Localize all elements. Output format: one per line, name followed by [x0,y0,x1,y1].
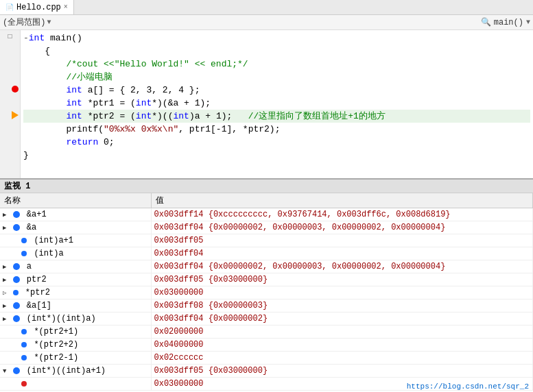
col-header-value: 值 [151,193,533,208]
table-row[interactable]: ▶ (int*)((int)a) 0x003dff04 {0x00000002} [0,313,533,326]
table-row[interactable]: (int)a 0x003dff04 [0,247,533,260]
table-row[interactable]: (int)a+1 0x003dff05 [0,234,533,247]
table-row[interactable]: ▶ &a 0x003dff04 {0x00000002, 0x00000003,… [0,221,533,234]
row-value: 0x003dff05 {0x03000000} [151,365,533,378]
watch-title: 监视 1 [4,180,30,192]
gutter-line-4 [0,69,20,82]
watch-icon [13,211,20,218]
gutter: □ [0,30,21,178]
gutter-line-3 [0,56,20,69]
expand-arrow[interactable]: ▶ [3,276,6,284]
watch-icon [13,224,20,231]
gutter-line-8 [0,121,20,134]
scope-label: (全局范围) [3,16,45,28]
code-line-1: -int main() [23,32,530,45]
table-row[interactable]: *(ptr2+1) 0x02000000 [0,326,533,339]
code-line-7: int *ptr2 = (int*)((int)a + 1); //这里指向了数… [23,110,530,123]
gutter-line-9 [0,134,20,147]
row-name: ▷ *ptr2 [0,286,151,299]
watch-scroll[interactable]: 名称 值 ▶ &a+1 0x003dff14 {0xccccccccc, 0x9… [0,193,533,391]
var-name: *(ptr2-1) [34,353,78,363]
col-header-name: 名称 [0,193,151,208]
watch-icon [13,276,20,283]
collapse-1[interactable]: □ [8,33,12,40]
watch-icon [21,251,27,256]
expand-arrow[interactable]: ▼ [3,368,6,375]
expand-arrow[interactable]: ▶ [3,224,6,232]
row-name: *(ptr2+2) [0,339,151,352]
breakpoint-5[interactable] [12,86,19,93]
scope-dropdown-arrow[interactable]: ▼ [47,19,51,26]
var-name: a [27,262,32,271]
row-name: (int)a [0,247,151,260]
gutter-line-2 [0,43,20,56]
var-name: *ptr2 [25,288,50,297]
row-name: ▶ ptr2 [0,273,151,286]
tab-hello-cpp[interactable]: 📄 Hello.cpp × [0,0,74,14]
watch-icon [21,329,27,334]
scope-right[interactable]: 🔍 main() ▼ [481,17,530,27]
row-value: 0x003dff14 {0xccccccccc, 0x93767414, 0x0… [151,208,533,221]
current-line-arrow [12,111,19,119]
table-row[interactable]: *(ptr2-1) 0x02cccccc [0,352,533,365]
editor-area: □ -int main() { /*c [0,30,533,180]
scope-search-icon: 🔍 [481,17,491,27]
row-value: 0x02cccccc [151,352,533,365]
watch-icon [21,355,27,360]
watch-icon [13,302,20,309]
watch-icon [13,367,20,374]
var-name: *(ptr2+1) [34,327,78,336]
expand-arrow[interactable]: ▶ [3,315,6,323]
row-name: *(ptr2+1) [0,326,151,339]
file-icon: 📄 [5,3,14,12]
code-line-5: int a[] = { 2, 3, 2, 4 }; [23,84,530,97]
watch-icon [13,290,19,295]
row-value: 0x03000000 [151,286,533,299]
row-name: ▶ a [0,260,151,273]
row-value: 0x003dff04 {0x00000002} [151,313,533,326]
watch-icon [21,342,27,347]
var-name: (int*)((int)a+1) [27,366,106,376]
expand-arrow[interactable]: ▷ [3,289,6,297]
watch-table: 名称 值 ▶ &a+1 0x003dff14 {0xccccccccc, 0x9… [0,193,533,391]
row-value: 0x003dff08 {0x00000003} [151,299,533,313]
code-content[interactable]: -int main() { /*cout <<"Hello World!" <<… [21,30,533,178]
code-line-4: //小端电脑 [23,71,530,84]
table-row[interactable]: ▶ &a+1 0x003dff14 {0xccccccccc, 0x937674… [0,208,533,221]
gutter-line-1: □ [0,30,20,43]
watch-icon [13,263,20,270]
gutter-line-10 [0,147,20,160]
watch-icon [13,315,20,322]
var-name: *(ptr2+2) [34,340,78,350]
row-name: ▼ (int*)((int)a+1) [0,365,151,378]
row-value: 0x003dff04 {0x00000002, 0x00000003, 0x00… [151,260,533,273]
table-row[interactable]: *(ptr2+2) 0x04000000 [0,339,533,352]
table-row[interactable]: ▶ ptr2 0x003dff05 {0x03000000} [0,273,533,286]
scope-left[interactable]: (全局范围) ▼ [3,16,51,28]
row-value: 0x003dff04 {0x00000002, 0x00000003, 0x00… [151,221,533,234]
var-name: &a+1 [27,210,47,219]
expand-arrow[interactable]: ▶ [3,302,6,310]
table-row[interactable]: ▼ (int*)((int)a+1) 0x003dff05 {0x0300000… [0,365,533,378]
code-line-10: } [23,149,530,162]
tab-label: Hello.cpp [16,3,61,12]
tab-close-button[interactable]: × [64,3,68,11]
watch-icon [21,238,27,243]
table-row[interactable]: ▶ a 0x003dff04 {0x00000002, 0x00000003, … [0,260,533,273]
gutter-line-6 [0,95,20,108]
table-row[interactable]: ▷ *ptr2 0x03000000 [0,286,533,299]
row-name: ▶ &a[1] [0,299,151,313]
expand-arrow[interactable]: ▶ [3,263,6,271]
footer-url: https://blog.csdn.net/sqr_2 [407,382,529,391]
table-row[interactable]: ▶ &a[1] 0x003dff08 {0x00000003} [0,299,533,313]
scope-right-dropdown[interactable]: ▼ [526,19,530,26]
gutter-line-5 [0,82,20,95]
scope-function: main() [494,18,523,27]
var-name: (int*)((int)a) [27,314,96,323]
row-name: ▶ &a+1 [0,208,151,221]
row-name: ▶ &a [0,221,151,234]
code-line-3: /*cout <<"Hello World!" << endl;*/ [23,58,530,71]
row-name: (int)a+1 [0,234,151,247]
expand-arrow[interactable]: ▶ [3,211,6,219]
code-line-6: int *ptr1 = (int*)(&a + 1); [23,97,530,110]
